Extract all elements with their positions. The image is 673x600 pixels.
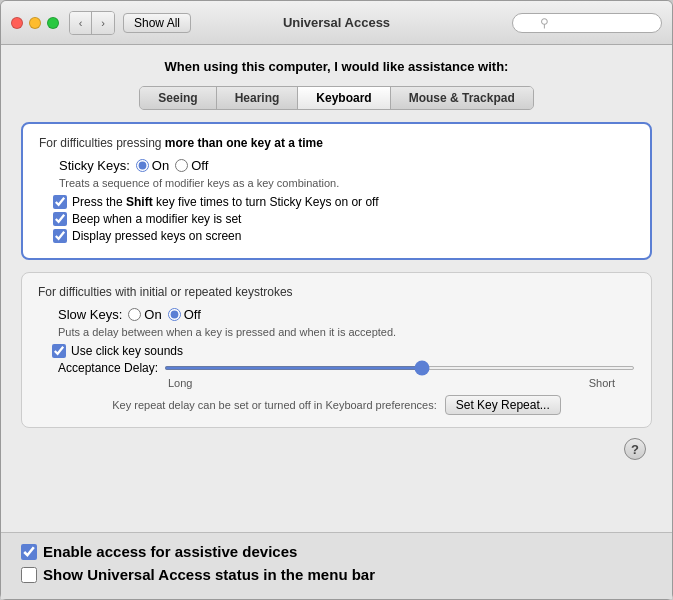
slow-keys-off-option[interactable]: Off — [168, 307, 201, 322]
sticky-keys-off-label: Off — [191, 158, 208, 173]
acceptance-delay-slider[interactable] — [164, 366, 635, 370]
slow-keys-description: Puts a delay between when a key is press… — [58, 326, 635, 338]
sticky-checkbox-1: Press the Shift key five times to turn S… — [53, 195, 634, 209]
sticky-cb1[interactable] — [53, 195, 67, 209]
tab-bar: Seeing Hearing Keyboard Mouse & Trackpad — [139, 86, 533, 110]
titlebar: ‹ › Show All Universal Access ⚲ — [1, 1, 672, 45]
show-status-label: Show Universal Access status in the menu… — [43, 566, 375, 583]
show-status-cb[interactable] — [21, 567, 37, 583]
slow-keys-off-radio[interactable] — [168, 308, 181, 321]
slider-short-label: Short — [589, 377, 615, 389]
sticky-keys-on-label: On — [152, 158, 169, 173]
sticky-keys-title: For difficulties pressing more than one … — [39, 136, 634, 150]
window-title: Universal Access — [283, 15, 390, 30]
tab-hearing[interactable]: Hearing — [217, 87, 299, 109]
bottom-section: Enable access for assistive devices Show… — [1, 532, 672, 599]
click-key-sounds-cb[interactable] — [52, 344, 66, 358]
sticky-keys-description: Treats a sequence of modifier keys as a … — [59, 177, 634, 189]
tab-mouse[interactable]: Mouse & Trackpad — [391, 87, 533, 109]
slow-keys-radio-group: Slow Keys: On Off — [58, 307, 635, 322]
enable-assistive-label: Enable access for assistive devices — [43, 543, 297, 560]
sticky-keys-label: Sticky Keys: — [59, 158, 130, 173]
slow-keys-on-radio[interactable] — [128, 308, 141, 321]
help-row: ? — [21, 438, 652, 460]
maximize-button[interactable] — [47, 17, 59, 29]
tab-keyboard[interactable]: Keyboard — [298, 87, 390, 109]
sticky-cb3[interactable] — [53, 229, 67, 243]
close-button[interactable] — [11, 17, 23, 29]
back-button[interactable]: ‹ — [70, 12, 92, 34]
traffic-lights — [11, 17, 59, 29]
slow-keys-title: For difficulties with initial or repeate… — [38, 285, 635, 299]
sticky-cb2[interactable] — [53, 212, 67, 226]
click-key-sounds-row: Use click key sounds — [52, 344, 635, 358]
sticky-keys-radio-group: Sticky Keys: On Off — [59, 158, 634, 173]
show-status-row: Show Universal Access status in the menu… — [21, 566, 652, 583]
slow-keys-on-option[interactable]: On — [128, 307, 161, 322]
slider-range-labels: Long Short — [168, 377, 615, 389]
slow-keys-section: For difficulties with initial or repeate… — [21, 272, 652, 428]
sticky-cb3-label: Display pressed keys on screen — [72, 229, 241, 243]
acceptance-delay-slider-row: Acceptance Delay: — [58, 361, 635, 375]
sticky-checkbox-3: Display pressed keys on screen — [53, 229, 634, 243]
main-heading: When using this computer, I would like a… — [21, 59, 652, 74]
sticky-cb1-label: Press the Shift key five times to turn S… — [72, 195, 379, 209]
sticky-keys-on-option[interactable]: On — [136, 158, 169, 173]
enable-assistive-cb[interactable] — [21, 544, 37, 560]
enable-assistive-row: Enable access for assistive devices — [21, 543, 652, 560]
search-wrapper: ⚲ — [512, 13, 662, 33]
nav-buttons: ‹ › — [69, 11, 115, 35]
content-area: When using this computer, I would like a… — [1, 45, 672, 532]
slow-keys-label: Slow Keys: — [58, 307, 122, 322]
key-repeat-text: Key repeat delay can be set or turned of… — [112, 399, 437, 411]
set-key-repeat-button[interactable]: Set Key Repeat... — [445, 395, 561, 415]
key-repeat-row: Key repeat delay can be set or turned of… — [38, 395, 635, 415]
sticky-cb2-label: Beep when a modifier key is set — [72, 212, 241, 226]
help-button[interactable]: ? — [624, 438, 646, 460]
sticky-keys-off-option[interactable]: Off — [175, 158, 208, 173]
tabs-container: Seeing Hearing Keyboard Mouse & Trackpad — [21, 86, 652, 110]
sticky-keys-off-radio[interactable] — [175, 159, 188, 172]
search-input[interactable] — [512, 13, 662, 33]
slider-long-label: Long — [168, 377, 192, 389]
forward-button[interactable]: › — [92, 12, 114, 34]
window: ‹ › Show All Universal Access ⚲ When usi… — [0, 0, 673, 600]
click-key-sounds-label: Use click key sounds — [71, 344, 183, 358]
sticky-checkbox-2: Beep when a modifier key is set — [53, 212, 634, 226]
tab-seeing[interactable]: Seeing — [140, 87, 216, 109]
acceptance-delay-label: Acceptance Delay: — [58, 361, 158, 375]
sticky-keys-section: For difficulties pressing more than one … — [21, 122, 652, 260]
sticky-keys-on-radio[interactable] — [136, 159, 149, 172]
minimize-button[interactable] — [29, 17, 41, 29]
slow-keys-off-label: Off — [184, 307, 201, 322]
slow-keys-on-label: On — [144, 307, 161, 322]
show-all-button[interactable]: Show All — [123, 13, 191, 33]
